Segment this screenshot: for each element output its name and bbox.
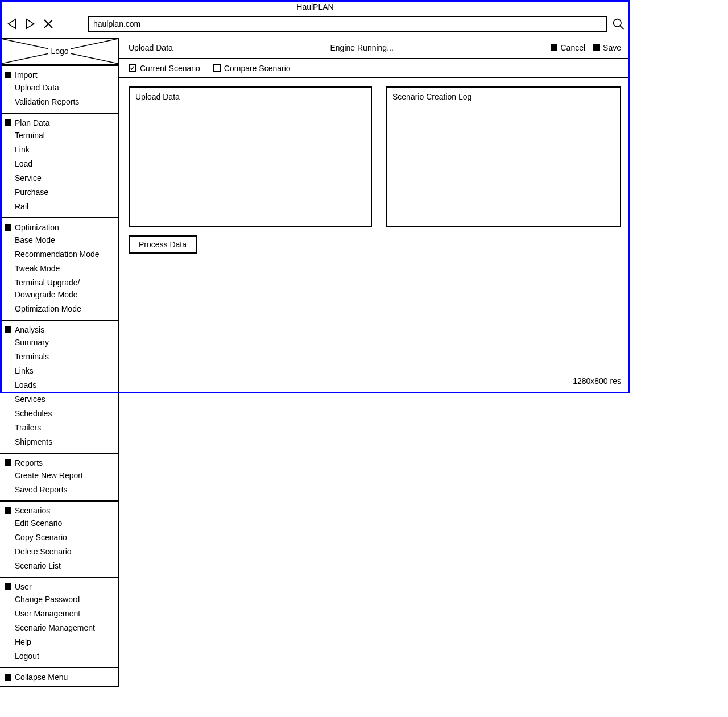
sidebar-section-label: Scenarios bbox=[15, 506, 50, 515]
sidebar-item-trailers[interactable]: Trailers bbox=[0, 421, 118, 435]
sidebar-item-purchase[interactable]: Purchase bbox=[0, 185, 118, 200]
sidebar-section-label: Import bbox=[15, 71, 38, 80]
checkbox-unchecked-icon bbox=[213, 64, 221, 72]
sidebar-item-services[interactable]: Services bbox=[0, 392, 118, 407]
sidebar-item-terminals[interactable]: Terminals bbox=[0, 350, 118, 364]
sidebar-section-label: Analysis bbox=[15, 325, 44, 334]
logo-placeholder: Logo bbox=[0, 38, 118, 65]
sidebar-item-validation-reports[interactable]: Validation Reports bbox=[0, 95, 118, 109]
close-button[interactable] bbox=[42, 18, 55, 30]
back-button[interactable] bbox=[6, 18, 18, 30]
square-icon bbox=[5, 119, 11, 126]
sidebar-item-change-password[interactable]: Change Password bbox=[0, 592, 118, 607]
sidebar-item-links[interactable]: Links bbox=[0, 364, 118, 378]
svg-point-2 bbox=[614, 19, 622, 27]
scenario-log-panel: Scenario Creation Log bbox=[386, 86, 621, 227]
sidebar-item-recommendation-mode[interactable]: Recommendation Mode bbox=[0, 247, 118, 262]
sidebar-item-copy-scenario[interactable]: Copy Scenario bbox=[0, 531, 118, 545]
checkbox-checked-icon bbox=[129, 64, 136, 72]
url-input[interactable] bbox=[88, 16, 607, 32]
app-title: HaulPLAN bbox=[0, 0, 630, 14]
sidebar-item-tweak-mode[interactable]: Tweak Mode bbox=[0, 262, 118, 276]
square-icon bbox=[5, 326, 11, 333]
sidebar-item-loads[interactable]: Loads bbox=[0, 378, 118, 392]
panel-title: Scenario Creation Log bbox=[392, 92, 614, 101]
page-title: Upload Data bbox=[129, 43, 173, 52]
sidebar-section-analysis[interactable]: Analysis bbox=[0, 324, 118, 335]
sidebar-section-label: Plan Data bbox=[15, 118, 49, 127]
page-topbar: Upload Data Engine Running... Cancel Sav… bbox=[119, 38, 630, 59]
sidebar: Logo ImportUpload DataValidation Reports… bbox=[0, 38, 119, 687]
scenario-tabs: Current Scenario Compare Scenario bbox=[119, 59, 630, 78]
sidebar-item-terminal[interactable]: Terminal bbox=[0, 129, 118, 143]
square-icon bbox=[5, 583, 11, 590]
sidebar-item-rail[interactable]: Rail bbox=[0, 200, 118, 214]
close-icon bbox=[43, 19, 53, 29]
sidebar-item-saved-reports[interactable]: Saved Reports bbox=[0, 483, 118, 497]
forward-button[interactable] bbox=[24, 18, 36, 30]
sidebar-item-delete-scenario[interactable]: Delete Scenario bbox=[0, 545, 118, 559]
collapse-menu[interactable]: Collapse Menu bbox=[0, 672, 118, 683]
square-icon bbox=[5, 224, 11, 231]
sidebar-section-optimization[interactable]: Optimization bbox=[0, 222, 118, 233]
sidebar-section-scenarios[interactable]: Scenarios bbox=[0, 505, 118, 516]
sidebar-section-user[interactable]: User bbox=[0, 581, 118, 592]
square-icon bbox=[5, 674, 11, 681]
sidebar-item-terminal-upgrade-downgrade-mode[interactable]: Terminal Upgrade/ Downgrade Mode bbox=[0, 276, 118, 302]
tab-current-scenario[interactable]: Current Scenario bbox=[129, 64, 200, 73]
sidebar-item-base-mode[interactable]: Base Mode bbox=[0, 233, 118, 247]
square-icon bbox=[5, 507, 11, 514]
sidebar-item-service[interactable]: Service bbox=[0, 171, 118, 185]
panel-title: Upload Data bbox=[135, 92, 365, 101]
sidebar-section-plan-data[interactable]: Plan Data bbox=[0, 117, 118, 129]
sidebar-item-scenario-list[interactable]: Scenario List bbox=[0, 559, 118, 573]
sidebar-section-label: Reports bbox=[15, 458, 43, 467]
resolution-note: 1280x800 res bbox=[573, 376, 621, 386]
main-content: Upload Data Engine Running... Cancel Sav… bbox=[119, 38, 630, 687]
sidebar-item-scenario-management[interactable]: Scenario Management bbox=[0, 621, 118, 635]
sidebar-item-user-management[interactable]: User Management bbox=[0, 607, 118, 621]
square-icon bbox=[593, 44, 600, 51]
sidebar-item-edit-scenario[interactable]: Edit Scenario bbox=[0, 516, 118, 531]
upload-data-panel: Upload Data bbox=[129, 86, 372, 227]
engine-status: Engine Running... bbox=[173, 43, 551, 52]
sidebar-item-optimization-mode[interactable]: Optimization Mode bbox=[0, 302, 118, 316]
forward-icon bbox=[26, 18, 35, 30]
square-icon bbox=[5, 459, 11, 466]
sidebar-item-schedules[interactable]: Schedules bbox=[0, 407, 118, 421]
sidebar-section-label: User bbox=[15, 582, 32, 591]
sidebar-section-label: Optimization bbox=[15, 223, 59, 232]
sidebar-section-import[interactable]: Import bbox=[0, 69, 118, 81]
sidebar-section-reports[interactable]: Reports bbox=[0, 457, 118, 469]
svg-line-3 bbox=[620, 26, 623, 29]
search-button[interactable] bbox=[612, 18, 624, 30]
tab-compare-scenario[interactable]: Compare Scenario bbox=[213, 64, 291, 73]
square-icon bbox=[551, 44, 557, 51]
save-button[interactable]: Save bbox=[593, 43, 621, 52]
sidebar-item-upload-data[interactable]: Upload Data bbox=[0, 81, 118, 95]
sidebar-item-help[interactable]: Help bbox=[0, 635, 118, 649]
square-icon bbox=[5, 72, 11, 78]
sidebar-item-create-new-report[interactable]: Create New Report bbox=[0, 469, 118, 483]
search-icon bbox=[612, 16, 624, 31]
browser-toolbar bbox=[0, 14, 630, 38]
sidebar-item-logout[interactable]: Logout bbox=[0, 649, 118, 664]
sidebar-item-link[interactable]: Link bbox=[0, 143, 118, 157]
back-icon bbox=[7, 18, 16, 30]
process-data-button[interactable]: Process Data bbox=[129, 235, 197, 254]
sidebar-item-shipments[interactable]: Shipments bbox=[0, 435, 118, 449]
sidebar-item-load[interactable]: Load bbox=[0, 157, 118, 171]
cancel-button[interactable]: Cancel bbox=[551, 43, 585, 52]
sidebar-item-summary[interactable]: Summary bbox=[0, 335, 118, 350]
